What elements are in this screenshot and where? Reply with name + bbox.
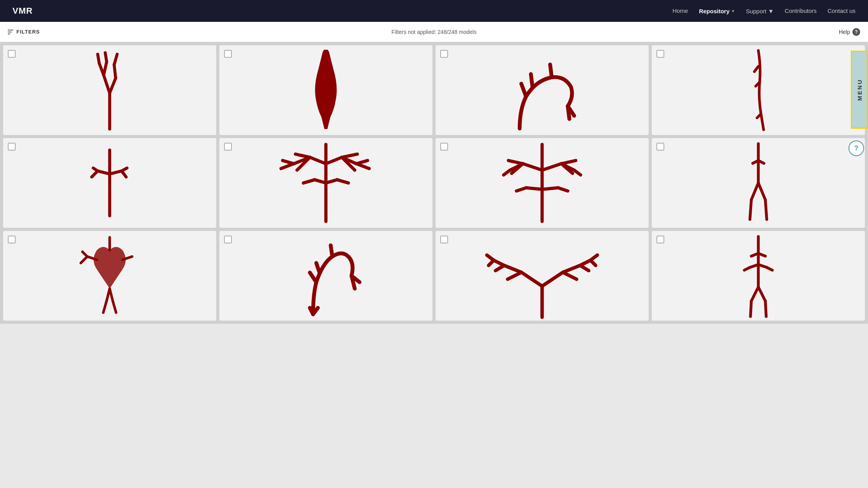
svg-line-61 [765, 200, 767, 219]
svg-line-35 [281, 164, 294, 169]
svg-line-22 [93, 168, 98, 171]
filter-icon [8, 30, 13, 34]
svg-line-37 [356, 164, 369, 169]
svg-line-2 [110, 78, 116, 93]
help-icon: ? [852, 28, 860, 36]
card-checkbox[interactable] [656, 50, 664, 58]
svg-line-84 [508, 272, 521, 279]
model-grid [0, 42, 868, 324]
filters-label: FILTERS [16, 29, 40, 35]
svg-line-41 [337, 180, 349, 183]
svg-rect-9 [324, 50, 328, 55]
svg-line-39 [326, 180, 337, 183]
card-checkbox[interactable] [440, 50, 448, 58]
card-checkbox[interactable] [224, 236, 232, 243]
filter-status: Filters not applied: 248/248 models [391, 29, 477, 35]
svg-line-11 [531, 74, 532, 87]
svg-line-73 [310, 273, 316, 282]
menu-tab-label: MENU [856, 79, 863, 101]
model-card[interactable] [219, 45, 432, 135]
nav-support[interactable]: Support ▼ [746, 8, 774, 14]
svg-line-10 [521, 84, 526, 97]
card-checkbox[interactable] [224, 50, 232, 58]
nav-home[interactable]: Home [672, 7, 688, 14]
nav-contact[interactable]: Contact us [827, 7, 856, 14]
svg-line-94 [591, 260, 596, 265]
card-checkbox[interactable] [8, 236, 16, 243]
svg-line-72 [113, 302, 116, 313]
nav-repository[interactable]: Repository ▼ [699, 8, 735, 14]
svg-line-12 [550, 64, 552, 77]
card-checkbox[interactable] [8, 50, 16, 58]
svg-line-32 [342, 154, 357, 157]
card-checkbox[interactable] [440, 143, 448, 151]
svg-line-56 [558, 188, 568, 191]
svg-line-55 [516, 188, 526, 191]
svg-line-74 [316, 263, 319, 273]
svg-line-88 [489, 260, 494, 265]
navbar: VMR Home Repository ▼ Support ▼ Contribu… [0, 0, 868, 22]
svg-line-8 [114, 54, 117, 65]
svg-line-59 [758, 183, 765, 200]
model-card[interactable] [436, 45, 649, 135]
card-checkbox[interactable] [440, 236, 448, 243]
model-card[interactable] [219, 231, 432, 321]
svg-line-70 [110, 289, 113, 302]
svg-line-49 [561, 161, 576, 164]
card-checkbox[interactable] [656, 236, 664, 243]
card-checkbox[interactable] [656, 143, 664, 151]
svg-line-51 [503, 170, 510, 175]
svg-line-58 [751, 183, 758, 200]
svg-line-60 [750, 200, 751, 219]
svg-line-81 [521, 272, 542, 286]
svg-line-86 [496, 265, 504, 270]
svg-line-102 [751, 301, 751, 317]
model-card[interactable] [652, 138, 865, 228]
svg-line-26 [310, 157, 326, 163]
svg-line-6 [98, 54, 99, 63]
svg-line-29 [295, 154, 310, 157]
model-card[interactable] [436, 138, 649, 228]
svg-line-46 [509, 161, 523, 164]
svg-line-53 [526, 188, 542, 189]
help-fixed-icon[interactable]: ? [848, 140, 864, 156]
filters-button[interactable]: FILTERS [8, 29, 40, 35]
svg-line-83 [504, 265, 521, 272]
svg-line-1 [104, 75, 110, 93]
svg-line-40 [304, 180, 315, 183]
svg-line-75 [331, 245, 332, 257]
svg-line-52 [574, 170, 580, 175]
brand-logo[interactable]: VMR [12, 6, 33, 16]
repository-caret: ▼ [731, 9, 735, 13]
svg-line-15 [754, 66, 758, 72]
svg-line-7 [105, 53, 107, 62]
filter-bar: FILTERS Filters not applied: 248/248 mod… [0, 22, 868, 42]
svg-line-89 [563, 265, 580, 272]
svg-line-104 [744, 267, 750, 270]
svg-line-54 [542, 188, 558, 189]
svg-line-66 [81, 257, 87, 263]
svg-line-71 [103, 302, 107, 313]
svg-line-82 [542, 272, 563, 286]
help-button[interactable]: Help ? [839, 28, 860, 36]
model-card[interactable] [3, 45, 216, 135]
card-checkbox[interactable] [224, 143, 232, 151]
model-card[interactable] [652, 45, 865, 135]
model-card[interactable] [3, 231, 216, 321]
svg-line-92 [580, 265, 589, 270]
svg-line-90 [563, 272, 576, 279]
model-card[interactable] [3, 138, 216, 228]
model-card[interactable] [219, 138, 432, 228]
menu-tab[interactable]: MENU [851, 51, 868, 129]
svg-line-20 [110, 171, 122, 174]
svg-line-24 [122, 168, 127, 171]
card-checkbox[interactable] [8, 143, 16, 151]
model-card[interactable] [652, 231, 865, 321]
model-card[interactable] [436, 231, 649, 321]
svg-line-5 [114, 65, 116, 78]
support-caret: ▼ [768, 8, 774, 14]
svg-line-101 [758, 287, 765, 301]
svg-line-44 [542, 164, 561, 170]
nav-contributors[interactable]: Contributors [785, 7, 817, 14]
svg-line-100 [751, 287, 758, 301]
